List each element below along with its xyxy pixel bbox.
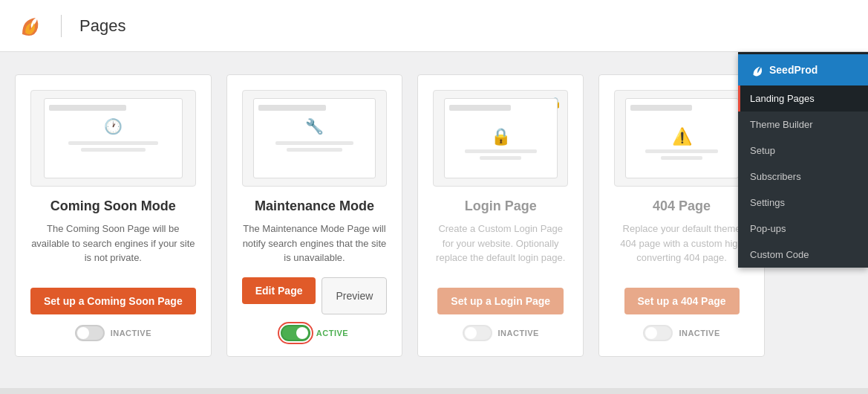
- coming-soon-toggle[interactable]: [75, 325, 105, 341]
- login-status-row: INACTIVE: [463, 325, 539, 341]
- login-title: Login Page: [465, 198, 537, 214]
- setup-404-button[interactable]: Set up a 404 Page: [624, 288, 740, 314]
- 404-title: 404 Page: [653, 198, 711, 214]
- login-toggle[interactable]: [463, 325, 492, 341]
- cards-grid: 🕐 Coming Soon Mode The Coming Soon Page …: [15, 74, 765, 357]
- preview-button[interactable]: Preview: [322, 277, 387, 314]
- nav-pop-ups[interactable]: Pop-ups: [738, 216, 868, 242]
- page-title: Pages: [79, 16, 125, 36]
- coming-soon-status-row: INACTIVE: [75, 325, 151, 341]
- coming-soon-status-label: INACTIVE: [111, 329, 151, 338]
- coming-soon-title: Coming Soon Mode: [50, 198, 176, 214]
- seedprod-nav-icon: [750, 63, 763, 77]
- nav-subscribers[interactable]: Subscribers: [738, 164, 868, 190]
- browser-bar: [449, 105, 511, 111]
- edit-page-button[interactable]: Edit Page: [242, 277, 316, 304]
- toggle-knob: [465, 327, 477, 339]
- content-line: [81, 148, 146, 152]
- header-divider: [61, 15, 62, 37]
- dropdown-header: SeedProd: [738, 54, 868, 85]
- 404-status-row: INACTIVE: [643, 325, 719, 341]
- browser-mock-404: ⚠️: [625, 98, 739, 179]
- maintenance-status-row: ACTIVE: [281, 325, 348, 341]
- coming-soon-card: 🕐 Coming Soon Mode The Coming Soon Page …: [15, 74, 212, 357]
- toggle-knob: [296, 327, 308, 339]
- browser-bar: [258, 105, 325, 111]
- dropdown-brand-label: SeedProd: [769, 64, 818, 76]
- browser-bar: [630, 105, 692, 111]
- toggle-knob: [77, 327, 89, 339]
- browser-mock-maintenance: 🔧: [253, 98, 376, 179]
- maintenance-btn-group: Edit Page Preview: [242, 277, 388, 314]
- coming-soon-preview: 🕐: [30, 90, 196, 187]
- scrollbar[interactable]: [0, 388, 868, 394]
- content-line: [661, 156, 702, 160]
- maintenance-card: 🔧 Maintenance Mode The Maintenance Mode …: [226, 74, 403, 357]
- 404-status-label: INACTIVE: [679, 329, 719, 338]
- coming-soon-desc: The Coming Soon Page will be available t…: [30, 222, 196, 276]
- lock-icon: 🔒: [491, 127, 511, 146]
- header: Pages: [0, 0, 868, 52]
- 404-desc: Replace your default theme 404 page with…: [614, 222, 749, 276]
- main-content: 🕐 Coming Soon Mode The Coming Soon Page …: [0, 52, 868, 379]
- seedprod-logo-icon: [15, 12, 43, 40]
- content-line: [645, 149, 717, 153]
- toggle-knob: [645, 327, 657, 339]
- setup-coming-soon-button[interactable]: Set up a Coming Soon Page: [30, 288, 196, 314]
- browser-mock-login: 🔒: [444, 98, 558, 179]
- maintenance-title: Maintenance Mode: [255, 198, 374, 214]
- content-line: [275, 141, 353, 145]
- nav-landing-pages[interactable]: Landing Pages: [738, 85, 868, 112]
- nav-custom-code[interactable]: Custom Code: [738, 242, 868, 268]
- login-card: 🔒 🔒 Login Page Create a Custom Login Pag…: [417, 74, 584, 357]
- browser-mock-coming-soon: 🕐: [44, 98, 183, 179]
- maintenance-desc: The Maintenance Mode Page will notify se…: [242, 222, 388, 265]
- nav-setup[interactable]: Setup: [738, 138, 868, 164]
- nav-theme-builder[interactable]: Theme Builder: [738, 112, 868, 138]
- browser-blocks: [311, 156, 318, 169]
- content-line: [68, 141, 159, 145]
- browser-blocks: [110, 156, 117, 169]
- content-line: [480, 156, 521, 160]
- browser-bar: [49, 105, 126, 111]
- content-line: [287, 148, 342, 152]
- login-desc: Create a Custom Login Page for your webs…: [433, 222, 568, 276]
- login-status-label: INACTIVE: [498, 329, 539, 338]
- login-preview: 🔒 🔒: [433, 90, 568, 187]
- 404-preview: ⚠️: [614, 90, 749, 187]
- maintenance-preview: 🔧: [242, 90, 388, 187]
- setup-login-button[interactable]: Set up a Login Page: [437, 288, 564, 314]
- nav-settings[interactable]: Settings: [738, 190, 868, 216]
- warning-icon: ⚠️: [672, 127, 692, 146]
- dropdown-menu: SeedProd Landing Pages Theme Builder Set…: [738, 52, 868, 268]
- logo-area: Pages: [15, 12, 125, 40]
- maintenance-toggle[interactable]: [281, 325, 310, 341]
- 404-toggle[interactable]: [643, 325, 673, 341]
- tools-icon: 🔧: [305, 117, 324, 135]
- content-line: [465, 149, 537, 153]
- clock-icon: 🕐: [104, 117, 123, 135]
- maintenance-status-label: ACTIVE: [316, 329, 348, 338]
